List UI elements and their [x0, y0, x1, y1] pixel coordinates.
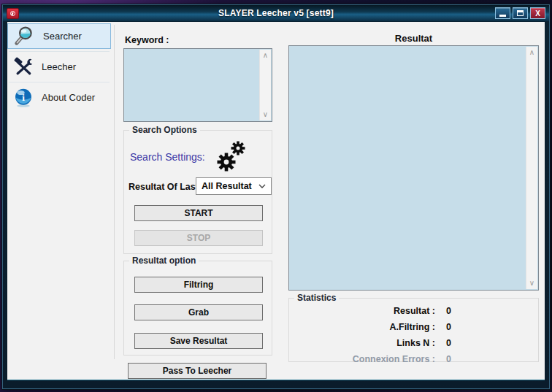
window-controls: X — [495, 7, 545, 19]
chevron-down-icon — [258, 184, 266, 188]
statistics-title: Statistics — [294, 293, 339, 303]
resultat-option-group: Resultat option Filtring Grab Save Resul… — [123, 261, 272, 356]
title-bar[interactable]: SLAYER Leecher v5 [sett9] X — [3, 5, 549, 22]
keyword-textarea[interactable]: ∧ ∨ — [123, 48, 272, 122]
resultat-of-last-dropdown[interactable]: All Resultat — [196, 177, 272, 195]
dropdown-value: All Resultat — [202, 181, 252, 191]
grab-button[interactable]: Grab — [134, 304, 263, 320]
sidebar-item-about-coder[interactable]: i About Coder — [7, 85, 111, 110]
stat-row-resultat: Resultat : 0 — [289, 306, 451, 316]
app-window: SLAYER Leecher v5 [sett9] X — [2, 4, 550, 389]
stat-label: Connexion Errors : — [289, 354, 435, 364]
sidebar-item-label: Leecher — [42, 61, 76, 72]
resultat-label: Resultat — [288, 33, 539, 44]
search-settings-link[interactable]: Search Settings: — [130, 151, 205, 163]
search-options-group: Search Options Search Settings: — [123, 130, 272, 254]
stat-label: A.Filtring : — [289, 322, 435, 332]
stat-row-links-n: Links N : 0 — [289, 338, 451, 348]
stat-value: 0 — [446, 306, 451, 316]
maximize-button[interactable] — [513, 7, 528, 19]
sidebar-item-label: Searcher — [43, 31, 82, 42]
scroll-down-icon[interactable]: ∨ — [263, 111, 268, 118]
statistics-group: Statistics Resultat : 0 A.Filtring : 0 L… — [288, 298, 539, 362]
resultat-scrollbar[interactable]: ∧ ∨ — [526, 47, 537, 289]
magnifier-icon — [13, 26, 35, 47]
sidebar-separator — [9, 51, 110, 52]
maximize-icon — [517, 10, 524, 16]
desktop-background: SLAYER Leecher v5 [sett9] X — [0, 0, 552, 392]
app-logo-icon — [7, 8, 19, 19]
stat-row-afiltring: A.Filtring : 0 — [289, 322, 451, 332]
stop-button: STOP — [134, 230, 263, 246]
start-button[interactable]: START — [134, 205, 263, 221]
scroll-down-icon[interactable]: ∨ — [529, 280, 534, 287]
sidebar-item-leecher[interactable]: Leecher — [7, 54, 111, 80]
svg-text:i: i — [22, 92, 25, 103]
scroll-up-icon[interactable]: ∧ — [263, 52, 268, 59]
stat-value: 0 — [446, 354, 451, 364]
keyword-label: Keyword : — [125, 35, 169, 45]
filtring-button[interactable]: Filtring — [134, 277, 263, 293]
sidebar-separator — [9, 82, 110, 82]
stat-label: Resultat : — [289, 306, 435, 316]
pass-to-leecher-button[interactable]: Pass To Leecher — [128, 363, 267, 379]
keyword-scrollbar[interactable]: ∧ ∨ — [259, 50, 271, 120]
resultat-textarea[interactable]: ∧ ∨ — [288, 45, 539, 291]
stat-value: 0 — [446, 322, 451, 332]
resultat-option-title: Resultat option — [129, 255, 199, 266]
stat-label: Links N : — [289, 338, 435, 348]
sidebar-item-label: About Coder — [42, 92, 95, 103]
vertical-divider — [114, 25, 115, 359]
save-resultat-button[interactable]: Save Resultat — [134, 333, 263, 349]
sidebar-item-searcher[interactable]: Searcher — [7, 23, 111, 49]
sidebar: Searcher Leecher — [7, 23, 111, 110]
stat-row-connexion-errors: Connexion Errors : 0 — [289, 354, 451, 364]
search-options-title: Search Options — [129, 125, 200, 135]
tools-icon — [13, 57, 34, 77]
stat-value: 0 — [446, 338, 451, 348]
gears-icon[interactable] — [215, 139, 247, 173]
minimize-button[interactable] — [495, 7, 510, 19]
resultat-of-last-label: Resultat Of Last — [129, 182, 199, 192]
client-area: Searcher Leecher — [7, 22, 545, 380]
info-icon: i — [13, 88, 34, 108]
scroll-up-icon[interactable]: ∧ — [529, 49, 534, 56]
minimize-icon — [499, 15, 506, 17]
window-title: SLAYER Leecher v5 [sett9] — [3, 8, 549, 18]
close-button[interactable]: X — [530, 7, 545, 19]
